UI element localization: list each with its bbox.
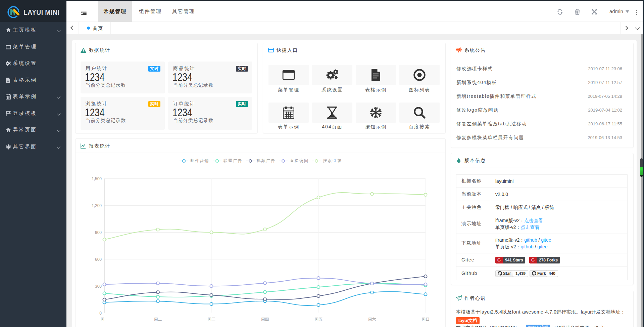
svg-text:600: 600 xyxy=(95,257,102,262)
svg-text:周三: 周三 xyxy=(207,317,215,322)
svg-text:300: 300 xyxy=(95,284,102,289)
svg-text:周六: 周六 xyxy=(368,317,376,322)
svg-text:周二: 周二 xyxy=(154,317,162,322)
svg-text:900: 900 xyxy=(95,230,102,235)
svg-text:1,500: 1,500 xyxy=(92,176,102,181)
svg-text:1,200: 1,200 xyxy=(92,203,102,208)
svg-text:周四: 周四 xyxy=(261,317,269,322)
svg-text:0: 0 xyxy=(99,311,102,316)
svg-text:周五: 周五 xyxy=(314,317,323,322)
svg-text:周一: 周一 xyxy=(100,317,108,322)
svg-text:周日: 周日 xyxy=(422,317,430,322)
